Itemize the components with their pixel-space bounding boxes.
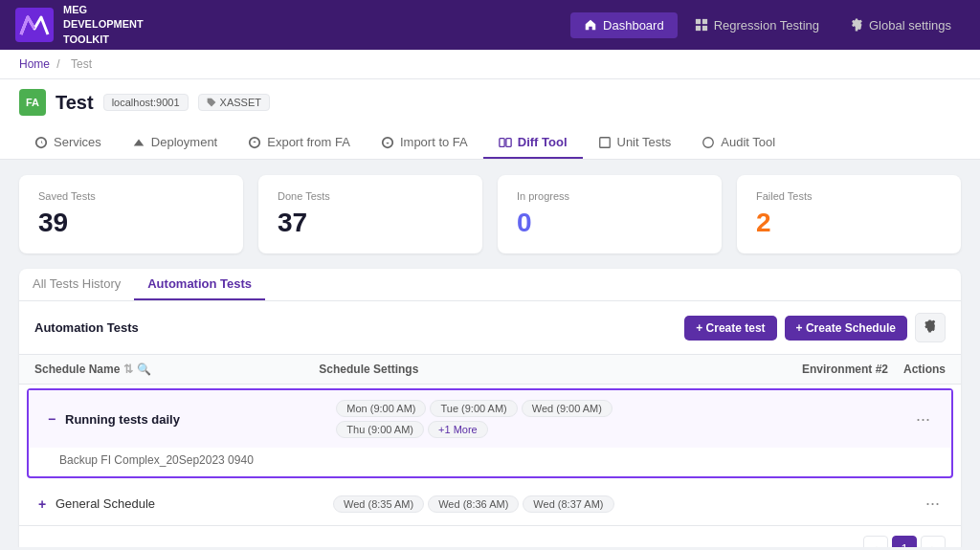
tag-mon: Mon (9:00 AM) — [336, 400, 426, 417]
create-test-button[interactable]: + Create test — [684, 316, 776, 341]
avatar: FA — [19, 89, 46, 116]
export-icon — [248, 136, 261, 149]
table-row: − Running tests daily Mon (9:00 AM) Tue … — [29, 390, 951, 448]
svg-rect-1 — [696, 19, 701, 24]
sort-icon[interactable]: ⇅ — [123, 363, 133, 376]
home-icon — [584, 18, 597, 32]
prev-page-button[interactable]: ‹ — [863, 536, 888, 547]
settings-icon — [924, 319, 937, 333]
schedule-tags: Wed (8:35 AM) Wed (8:36 AM) Wed (8:37 AM… — [333, 495, 703, 513]
nav-item-dashboard[interactable]: Dashboard — [570, 12, 678, 38]
row-more-button[interactable]: ··· — [920, 492, 946, 516]
section-title: Automation Tests — [34, 320, 677, 335]
row-more-button[interactable]: ··· — [910, 407, 936, 431]
col-schedule-name: Schedule Name ⇅ 🔍 — [34, 363, 319, 376]
svg-rect-4 — [702, 26, 707, 31]
svg-rect-8 — [500, 138, 504, 146]
col-settings: Schedule Settings — [319, 363, 698, 376]
stat-failed: Failed Tests 2 — [737, 175, 961, 253]
tab-import[interactable]: Import to FA — [366, 127, 483, 159]
row-toggle-collapse[interactable]: − — [44, 411, 59, 427]
table-row: + General Schedule Wed (8:35 AM) Wed (8:… — [19, 482, 961, 525]
stat-progress: In progress 0 — [498, 175, 722, 253]
row-actions: ··· — [879, 407, 936, 431]
server-badge: localhost:9001 — [103, 94, 189, 111]
nav-item-regression[interactable]: Regression Testing — [681, 12, 833, 38]
row-toggle-expand[interactable]: + — [34, 496, 50, 512]
nav-links: Dashboard Regression Testing Global sett… — [570, 12, 965, 38]
page-1-button[interactable]: 1 — [892, 536, 917, 547]
tab-services[interactable]: Services — [19, 127, 117, 159]
table-row-child: Backup FI Complex_20Sep2023 0940 — [29, 448, 951, 476]
page-header: FA Test localhost:9001 XASSET Services D… — [0, 79, 980, 160]
subtabs: All Tests History Automation Tests — [19, 269, 961, 301]
tag-tue: Tue (9:00 AM) — [430, 400, 517, 417]
services-icon — [34, 136, 48, 149]
audit-icon — [702, 136, 715, 149]
subtab-all[interactable]: All Tests History — [19, 269, 134, 300]
tag-wed: Wed (9:00 AM) — [522, 400, 612, 417]
schedule-tags: Mon (9:00 AM) Tue (9:00 AM) Wed (9:00 AM… — [336, 400, 698, 438]
table-section: All Tests History Automation Tests Autom… — [19, 269, 961, 547]
logo-icon — [15, 8, 54, 42]
stats-row: Saved Tests 39 Done Tests 37 In progress… — [19, 175, 961, 253]
pagination: ‹ 1 › — [19, 526, 961, 547]
header: MEG DEVELOPMENT TOOLKIT Dashboard Regres… — [0, 0, 980, 50]
breadcrumb-home[interactable]: Home — [19, 57, 50, 71]
svg-rect-9 — [506, 138, 511, 146]
section-header: Automation Tests + Create test + Create … — [19, 301, 961, 355]
tab-unit[interactable]: Unit Tests — [583, 127, 687, 159]
tab-export[interactable]: Export from FA — [233, 127, 366, 159]
page-title: Test — [56, 92, 94, 114]
svg-rect-3 — [696, 26, 701, 31]
table-row-group-general: + General Schedule Wed (8:35 AM) Wed (8:… — [19, 482, 961, 526]
nav-item-global[interactable]: Global settings — [836, 12, 965, 38]
tab-deployment[interactable]: Deployment — [117, 127, 233, 159]
table-row-group-running: − Running tests daily Mon (9:00 AM) Tue … — [27, 388, 953, 478]
tabs: Services Deployment Export from FA Impor… — [19, 127, 961, 159]
row-name: Running tests daily — [65, 412, 336, 427]
create-schedule-button[interactable]: + Create Schedule — [785, 316, 907, 341]
tag-thu: Thu (9:00 AM) — [336, 421, 424, 438]
settings-icon-button[interactable] — [915, 313, 946, 342]
col-env: Environment #2 — [699, 363, 888, 376]
logo-text: MEG DEVELOPMENT TOOLKIT — [63, 3, 144, 47]
stat-done: Done Tests 37 — [258, 175, 482, 253]
search-col-icon[interactable]: 🔍 — [137, 363, 151, 376]
deployment-icon — [132, 136, 145, 149]
tab-audit[interactable]: Audit Tool — [686, 127, 791, 159]
grid-icon — [695, 18, 708, 32]
next-page-button[interactable]: › — [921, 536, 946, 547]
page-title-row: FA Test localhost:9001 XASSET — [19, 89, 961, 116]
col-actions: Actions — [888, 363, 946, 376]
breadcrumb: Home / Test — [0, 50, 980, 79]
svg-rect-10 — [599, 137, 610, 147]
svg-rect-2 — [702, 19, 707, 24]
svg-rect-0 — [15, 8, 54, 42]
tag-more[interactable]: +1 More — [428, 421, 488, 438]
gear-icon — [850, 18, 863, 32]
tag-wed1: Wed (8:35 AM) — [333, 495, 424, 513]
tag-wed3: Wed (8:37 AM) — [523, 495, 613, 513]
logo-area: MEG DEVELOPMENT TOOLKIT — [15, 3, 144, 47]
child-row-name: Backup FI Complex_20Sep2023 0940 — [59, 453, 936, 467]
diff-icon — [499, 136, 512, 149]
table-col-headers: Schedule Name ⇅ 🔍 Schedule Settings Envi… — [19, 355, 961, 385]
tag-icon — [207, 98, 216, 107]
tab-diff[interactable]: Diff Tool — [483, 127, 583, 159]
asset-badge: XASSET — [198, 94, 270, 111]
main-content: Saved Tests 39 Done Tests 37 In progress… — [0, 160, 980, 547]
subtab-automation[interactable]: Automation Tests — [134, 269, 265, 300]
row-actions: ··· — [888, 492, 946, 516]
tag-wed2: Wed (8:36 AM) — [428, 495, 519, 513]
import-icon — [381, 136, 394, 149]
unit-icon — [598, 136, 612, 149]
row-name: General Schedule — [56, 496, 333, 511]
stat-saved: Saved Tests 39 — [19, 175, 243, 253]
